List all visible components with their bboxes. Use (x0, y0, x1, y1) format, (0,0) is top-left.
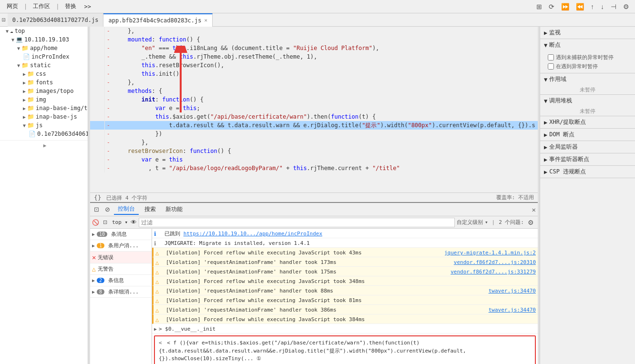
global-listeners-header[interactable]: ▶ 全局监听器 (540, 141, 635, 153)
filter-input[interactable] (139, 218, 455, 227)
toolbar-icon-5[interactable]: ↑ (589, 2, 596, 11)
callstack-status: 未暂停 (540, 107, 635, 116)
eye-icon[interactable]: 👁 (131, 219, 137, 226)
monitor-header[interactable]: ▶ 监视 (540, 27, 635, 39)
count-info-row[interactable]: ▶ 10 条消息 (90, 229, 152, 240)
arrow-breakpoints: ▼ (544, 42, 547, 49)
exception-checkbox[interactable] (548, 63, 554, 70)
toolbar-icon-4[interactable]: ⏪ (574, 2, 586, 11)
tree-item-static[interactable]: ▼ 📁 static (0, 61, 88, 70)
count-info2-row[interactable]: ▶ 2 条信息 (90, 275, 152, 286)
warn-icon-7: △ (155, 306, 164, 314)
arrow-icon2: ▼ (17, 46, 20, 51)
editor-top: - }, - mounted: function() { - (90, 27, 538, 192)
tab-1[interactable]: 0.1e72b063d4081170277d.js (8, 13, 104, 27)
count-detail-row[interactable]: ▶ 8 条详细消... (90, 286, 152, 298)
info-icon2: ℹ (154, 239, 163, 248)
checkbox-uncaught[interactable]: 遇到未捕获的异常时暂停 (548, 53, 627, 62)
msg-jqmigrate-text: JQMIGRATE: Migrate is installed, version… (164, 239, 536, 248)
msg-source-1[interactable]: jquery-migrate-1.4.1.min.js:2 (444, 249, 536, 257)
dom-header[interactable]: ▶ DOM 断点 (540, 129, 635, 141)
uncaught-checkbox[interactable] (548, 54, 554, 61)
warn-icon-6: △ (155, 296, 164, 305)
tree-item-file1-label: 0.1e72b063d40611'... (37, 131, 88, 137)
tree-item-file1[interactable]: 📄 0.1e72b063d40611'... (0, 130, 88, 138)
toolbar-webpage[interactable]: 网页 (4, 1, 21, 11)
arrow-r4: ▶ (23, 97, 26, 102)
breakpoints-header[interactable]: ▼ 断点 (540, 39, 635, 51)
console-settings-icon[interactable]: ⚙ (526, 218, 536, 227)
scope-header[interactable]: ▼ 作用域 (540, 73, 635, 85)
console-close-button[interactable]: ✕ (532, 206, 536, 213)
expand-icon-4: ▶ (92, 289, 95, 294)
code-line-12: - t.data.result && t.data.result.warn &&… (90, 121, 538, 130)
tab-2-close[interactable]: ✕ (205, 17, 208, 23)
tree-item-ip[interactable]: ▼ 💻 10.110.19.103 (0, 35, 88, 44)
tree-item-imagestopo-label: images/topo (36, 88, 73, 94)
tab-new-features[interactable]: 新功能 (162, 204, 186, 214)
tree-item-top[interactable]: ▼ ☁ top (0, 27, 88, 35)
level-dropdown-icon[interactable]: ▾ (485, 219, 488, 225)
console-input-highlighted[interactable]: < < f (){var e=this;this.$axios.get("/ap… (154, 335, 536, 364)
count-error-row[interactable]: ✕ 无错误 (90, 252, 152, 263)
tab-console[interactable]: 控制台 (114, 204, 139, 215)
callstack-header[interactable]: ▼ 调用堆栈 (540, 95, 635, 107)
tab-2[interactable]: app.bfb23f4b4c9cad80283c.js ✕ (103, 13, 213, 27)
dom-section: ▶ DOM 断点 (540, 129, 635, 141)
code-line-14: - }, (90, 138, 538, 147)
tree-item-inaptheme[interactable]: ▶ 📁 inap-base-img/theme (0, 104, 88, 112)
level-label[interactable]: 自定义级别 (457, 219, 483, 226)
code-line-6: - this.init() (90, 70, 538, 78)
checkbox-exception[interactable]: 在遇到异常时暂停 (548, 62, 627, 71)
folder-icon6: 📁 (27, 96, 34, 103)
selection-icon: {} (94, 194, 102, 201)
tree-item-fonts[interactable]: ▶ 📁 fonts (0, 78, 88, 87)
breakpoints-section: ▼ 断点 遇到未捕获的异常时暂停 在遇到异常时暂停 (540, 39, 635, 73)
main-layout: ▼ ☁ top ▼ 💻 10.110.19.103 ▼ 📁 app/home 📄… (0, 27, 635, 364)
toolbar-icon-2[interactable]: ⟳ (547, 2, 556, 11)
console-icon-2[interactable]: ⊘ (103, 205, 112, 214)
msg-violation-7-text: [Violation] 'requestAnimationFrame' hand… (166, 306, 485, 314)
msg-source-7[interactable]: twaver.js:34470 (489, 306, 536, 314)
tree-item-js[interactable]: ▼ 📁 js (0, 121, 88, 130)
settings-icon[interactable]: ⚙ (621, 2, 631, 11)
msg-source-3[interactable]: vendor.f86f2d7....js:331279 (451, 268, 536, 276)
msg-expand-row[interactable]: ▶ > $0.__vue__._init (152, 324, 538, 334)
global-listeners-label: 全局监听器 (549, 143, 578, 151)
navigate-link[interactable]: https://10.110.19.10.../app/home/incProI… (184, 231, 322, 237)
msg-source-5[interactable]: twaver.js:34470 (489, 287, 536, 295)
msg-source-2[interactable]: vendor.f86f2d7....js:20310 (454, 258, 536, 267)
code-scroll-area[interactable]: - }, - mounted: function() { - (90, 27, 538, 192)
count-user-row[interactable]: ▶ 1 条用户消... (90, 240, 152, 252)
tree-item-apphome[interactable]: ▼ 📁 app/home (0, 44, 88, 52)
filter-icon[interactable]: 🚫 (92, 219, 99, 226)
toolbar-more[interactable]: >> (81, 2, 93, 11)
event-listeners-header[interactable]: ▶ 事件监听器断点 (540, 153, 635, 165)
msg-violation-2-text: [Violation] 'requestAnimationFrame' hand… (166, 258, 450, 267)
tree-item-imagestopo[interactable]: ▶ 📁 images/topo (0, 87, 88, 95)
console-icon-1[interactable]: ⊡ (92, 205, 101, 214)
msg-violation-6: △ [Violation] Forced reflow while execut… (152, 295, 538, 305)
toolbar-icon-1[interactable]: ⊞ (534, 2, 544, 11)
tree-item-inapbasejs[interactable]: ▶ 📁 inap-base-js (0, 112, 88, 121)
toolbar-replace[interactable]: 替换 (62, 1, 79, 11)
toolbar-icon-3[interactable]: ⏩ (559, 2, 571, 11)
tree-item-incpro[interactable]: 📄 incProIndex (0, 52, 88, 61)
tree-item-img[interactable]: ▶ 📁 img (0, 95, 88, 104)
tree-item-css[interactable]: ▶ 📁 css (0, 70, 88, 78)
folder-icon8: 📁 (27, 113, 34, 120)
toolbar-workspace[interactable]: 工作区 (30, 1, 53, 11)
callstack-section: ▼ 调用堆栈 未暂停 (540, 95, 635, 116)
msg-violation-1-text: [Violation] Forced reflow while executin… (166, 249, 440, 257)
count-warning-row[interactable]: △ 无警告 (90, 263, 152, 275)
toolbar-icon-7[interactable]: ⊣ (609, 2, 618, 11)
csp-header[interactable]: ▶ CSP 违规断点 (540, 166, 635, 178)
tab-1-label: 0.1e72b063d4081170277d.js (12, 17, 99, 23)
toolbar-icon-6[interactable]: ↓ (599, 2, 606, 11)
tab-search[interactable]: 搜索 (141, 204, 160, 214)
expand-icon-1: ▶ (92, 232, 95, 237)
filter-icon2[interactable]: ⊡ (101, 218, 109, 226)
xhr-header[interactable]: ▶ XHR/提取断点 (540, 116, 635, 128)
msg-violation-3: △ [Violation] 'requestAnimationFrame' ha… (152, 267, 538, 276)
sidebar-more[interactable]: ▶ (0, 140, 88, 149)
